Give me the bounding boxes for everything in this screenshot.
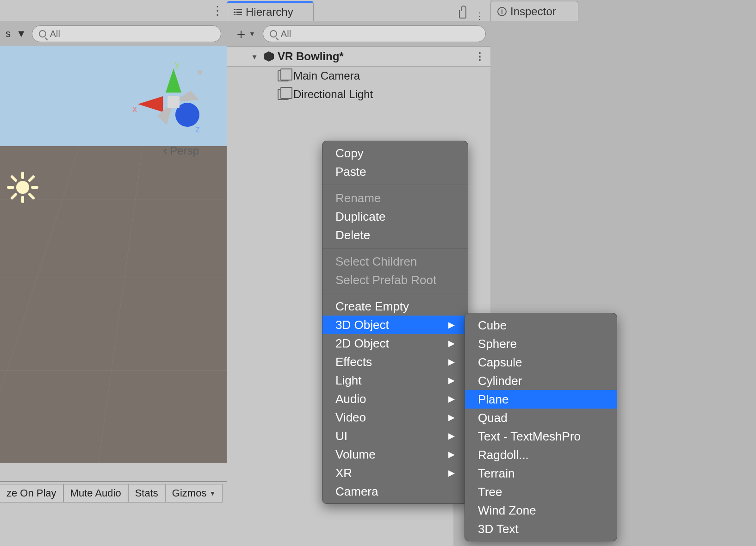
scene-search-placeholder: All: [50, 29, 60, 39]
light-gizmo-icon[interactable]: [6, 171, 39, 204]
menu-ui[interactable]: UI▶: [322, 427, 468, 445]
mute-audio-button[interactable]: Mute Audio: [63, 484, 128, 503]
lock-icon[interactable]: [459, 10, 466, 19]
submenu-arrow-icon: ▶: [448, 320, 455, 330]
menu-separator: [322, 185, 468, 185]
menu-video[interactable]: Video▶: [322, 408, 468, 427]
menu-xr[interactable]: XR▶: [322, 464, 468, 482]
submenu-cylinder[interactable]: Cylinder: [465, 372, 617, 390]
svg-line-13: [30, 177, 33, 180]
menu-duplicate[interactable]: Duplicate: [322, 207, 468, 226]
submenu-tree[interactable]: Tree: [465, 483, 617, 501]
submenu-sphere[interactable]: Sphere: [465, 335, 617, 353]
hierarchy-search[interactable]: All: [263, 25, 486, 42]
submenu-quad[interactable]: Quad: [465, 409, 617, 427]
menu-audio[interactable]: Audio▶: [322, 390, 468, 408]
menu-copy[interactable]: Copy: [322, 144, 468, 162]
submenu-arrow-icon: ▶: [448, 431, 455, 441]
scene-toolbar: s ▼ All: [0, 21, 227, 46]
submenu-textmeshpro[interactable]: Text - TextMeshPro: [465, 427, 617, 446]
hierarchy-options-icon[interactable]: [475, 10, 484, 21]
svg-marker-1: [138, 96, 163, 112]
menu-paste[interactable]: Paste: [322, 162, 468, 181]
submenu-3d-text[interactable]: 3D Text: [465, 520, 617, 538]
menu-separator: [322, 248, 468, 248]
search-icon: [39, 30, 46, 37]
submenu-arrow-icon: ▶: [448, 449, 455, 459]
menu-camera[interactable]: Camera: [322, 482, 468, 501]
svg-line-11: [12, 177, 16, 180]
unity-icon: [264, 51, 274, 62]
svg-rect-5: [167, 96, 180, 108]
submenu-arrow-icon: ▶: [448, 338, 455, 348]
gameobject-row[interactable]: Directional Light: [227, 85, 490, 104]
hierarchy-icon: [234, 9, 242, 15]
menu-rename: Rename: [322, 189, 468, 207]
submenu-arrow-icon: ▶: [448, 412, 455, 422]
submenu-wind-zone[interactable]: Wind Zone: [465, 501, 617, 520]
chevron-left-icon: [163, 143, 167, 158]
tab-hierarchy[interactable]: Hierarchy: [227, 1, 314, 21]
menu-delete[interactable]: Delete: [322, 226, 468, 244]
stats-button[interactable]: Stats: [128, 484, 165, 503]
chevron-down-icon: ▼: [249, 30, 255, 37]
gameobject-row[interactable]: Main Camera: [227, 67, 490, 85]
gizmo-lock-icon[interactable]: [198, 70, 202, 74]
submenu-arrow-icon: ▶: [448, 394, 455, 404]
svg-marker-0: [166, 68, 181, 93]
svg-point-6: [16, 181, 29, 194]
menu-select-children: Select Children: [322, 252, 468, 271]
submenu-plane[interactable]: Plane: [465, 390, 617, 409]
axis-x-label: x: [132, 104, 137, 114]
menu-select-prefab-root: Select Prefab Root: [322, 271, 468, 289]
orientation-gizmo[interactable]: y x z: [130, 60, 208, 139]
gizmos-button[interactable]: Gizmos ▼: [165, 484, 223, 503]
menu-light[interactable]: Light▶: [322, 371, 468, 390]
context-submenu-3d-object: Cube Sphere Capsule Cylinder Plane Quad …: [465, 313, 617, 541]
axis-y-label: y: [175, 60, 180, 69]
submenu-capsule[interactable]: Capsule: [465, 353, 617, 372]
camera-mode[interactable]: Persp: [163, 143, 199, 158]
scene-options-icon[interactable]: [211, 4, 222, 18]
menu-2d-object[interactable]: 2D Object▶: [322, 334, 468, 353]
submenu-arrow-icon: ▶: [448, 375, 455, 385]
svg-line-12: [30, 194, 33, 198]
menu-separator: [322, 293, 468, 293]
scene-toolbar-s[interactable]: s: [6, 28, 11, 40]
submenu-arrow-icon: ▶: [448, 468, 455, 478]
context-menu: Copy Paste Rename Duplicate Delete Selec…: [322, 141, 468, 504]
submenu-ragdoll[interactable]: Ragdoll...: [465, 446, 617, 464]
tab-inspector[interactable]: i Inspector: [490, 1, 578, 21]
gameobject-icon: [278, 70, 289, 81]
menu-volume[interactable]: Volume▶: [322, 445, 468, 464]
scene-search[interactable]: All: [32, 25, 221, 42]
scene-viewport[interactable]: y x z Persp: [0, 46, 227, 463]
axis-z-label: z: [195, 124, 200, 134]
submenu-terrain[interactable]: Terrain: [465, 464, 617, 483]
search-icon: [270, 30, 277, 37]
expand-icon[interactable]: [253, 52, 260, 61]
menu-effects[interactable]: Effects▶: [322, 353, 468, 371]
submenu-cube[interactable]: Cube: [465, 316, 617, 335]
create-button[interactable]: ＋▼: [231, 25, 258, 43]
info-icon: i: [497, 7, 507, 16]
scene-row[interactable]: VR Bowling*: [227, 46, 490, 67]
menu-3d-object[interactable]: 3D Object▶: [322, 316, 468, 334]
chevron-down-icon[interactable]: ▼: [210, 490, 216, 497]
maximize-on-play-button[interactable]: ze On Play: [0, 484, 63, 503]
scene-footer: ze On Play Mute Audio Stats Gizmos ▼: [0, 481, 227, 504]
scene-toolbar-dropdown-icon[interactable]: ▼: [16, 28, 26, 40]
gameobject-icon: [278, 89, 289, 100]
scene-options-icon[interactable]: [475, 50, 484, 62]
menu-create-empty[interactable]: Create Empty: [322, 297, 468, 316]
svg-line-14: [12, 194, 16, 198]
submenu-arrow-icon: ▶: [448, 357, 455, 367]
scene-column: s ▼ All y x z Persp: [0, 0, 227, 509]
